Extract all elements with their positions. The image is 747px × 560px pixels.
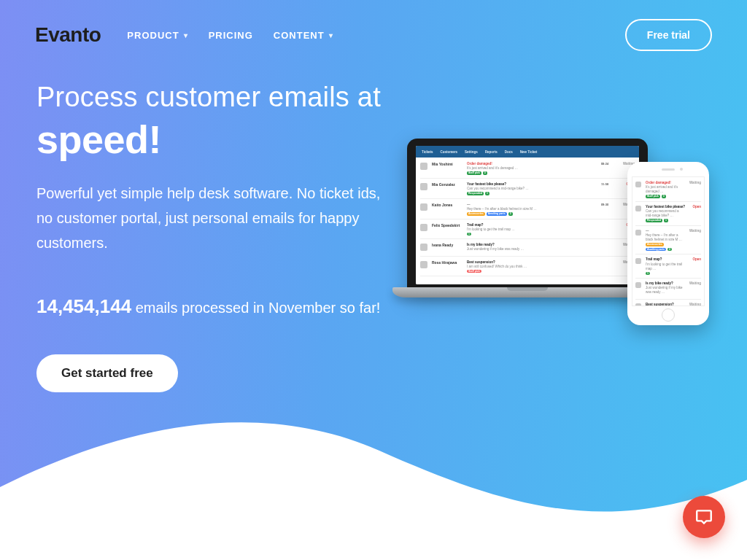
- ticket-status: Open: [688, 257, 701, 261]
- mockapp-tab: Reports: [485, 150, 498, 154]
- ticket-name: Ross Hirajawa: [432, 260, 464, 265]
- hero-counter-number: 14,454,144: [36, 295, 131, 317]
- hero-subtext: Powerful yet simple help desk software. …: [36, 181, 387, 255]
- ticket-time: 09:30: [597, 203, 613, 206]
- avatar: [420, 224, 427, 231]
- mockapp-tab: Tickets: [422, 150, 433, 154]
- ticket-body: Your fastest bike please?Can you recomme…: [467, 182, 594, 195]
- nav-item-label: CONTENT: [274, 30, 325, 41]
- ticket-body: Best suspension?I am still confused! Whi…: [646, 303, 685, 306]
- ticket-body: Trail map?I'm looking to get the trail m…: [646, 257, 685, 275]
- ticket-time: 08:24: [597, 162, 613, 166]
- ticket-row: Is my bike ready?Just wondering if my bi…: [635, 280, 701, 299]
- ticket-name: Mia Gonzalez: [432, 182, 464, 187]
- laptop-screen: Tickets Customers Settings Reports Docs …: [416, 146, 639, 284]
- avatar: [420, 163, 427, 170]
- avatar: [420, 203, 427, 211]
- avatar: [635, 206, 641, 211]
- ticket-body: Is my bike ready?Just wondering if my bi…: [467, 243, 594, 252]
- nav-item-pricing[interactable]: PRICING: [209, 30, 253, 41]
- nav-item-content[interactable]: CONTENT ▾: [274, 30, 333, 41]
- mockapp-tabs: Tickets Customers Settings Reports Docs …: [416, 146, 639, 158]
- top-nav: Evanto PRODUCT ▾ PRICING CONTENT ▾ Free …: [0, 15, 747, 55]
- hero-counter-rest: emails processed in November so far!: [131, 300, 380, 316]
- hero-headline-line1: Process customer emails at: [36, 80, 387, 115]
- ticket-status: Waiting: [688, 281, 701, 285]
- laptop-mockup: Tickets Customers Settings Reports Docs …: [392, 139, 662, 314]
- avatar: [420, 183, 427, 190]
- mockapp-tab: Customers: [440, 150, 457, 154]
- avatar: [420, 244, 427, 251]
- ticket-time: 11:58: [597, 182, 613, 186]
- ticket-body: Order damaged!It's just arrived and it's…: [467, 162, 594, 175]
- nav-item-product[interactable]: PRODUCT ▾: [127, 30, 187, 41]
- ticket-row: Kaito Jones—Hey there – I'm after a blac…: [420, 201, 635, 219]
- ticket-name: Ivana Ready: [432, 243, 464, 247]
- ticket-row: Ivana ReadyIs my bike ready?Just wonderi…: [420, 241, 635, 256]
- avatar: [420, 261, 427, 268]
- brand-logo[interactable]: Evanto: [35, 23, 101, 47]
- nav-item-label: PRICING: [209, 30, 253, 41]
- mockapp-tab: Docs: [505, 150, 513, 154]
- ticket-row: Ross HirajawaBest suspension?I am still …: [420, 259, 635, 277]
- ticket-body: Order damaged!It's just arrived and it's…: [646, 181, 685, 198]
- chevron-down-icon: ▾: [329, 31, 333, 39]
- avatar: [635, 282, 641, 288]
- ticket-body: —Hey there – I'm after a black helmet in…: [467, 203, 594, 216]
- chevron-down-icon: ▾: [184, 31, 188, 39]
- hero-content: Process customer emails at speed! Powerf…: [36, 80, 387, 392]
- device-mockup: Tickets Customers Settings Reports Docs …: [392, 139, 728, 357]
- chat-icon: [694, 508, 713, 526]
- ticket-name: Mia Yoshimi: [432, 162, 464, 166]
- ticket-row: —Hey there – I'm after a black helmet in…: [635, 228, 701, 255]
- ticket-body: Trail map?I'm looking to get the trail m…: [467, 223, 594, 236]
- ticket-body: Best suspension?I am still confused! Whi…: [467, 260, 594, 273]
- chat-fab[interactable]: [683, 496, 725, 538]
- ticket-row: Your fastest bike please?Can you recomme…: [635, 203, 701, 226]
- ticket-row: Best suspension?I am still confused! Whi…: [635, 301, 701, 306]
- ticket-name: Felix Speedskirt: [432, 223, 464, 228]
- phone-mockup: Order damaged!It's just arrived and it's…: [627, 162, 709, 325]
- nav-item-label: PRODUCT: [127, 30, 179, 41]
- ticket-row: Trail map?I'm looking to get the trail m…: [635, 256, 701, 279]
- phone-screen: Order damaged!It's just arrived and it's…: [632, 176, 705, 306]
- hero-headline-line2: speed!: [36, 117, 387, 162]
- mockapp-ticket-list: Mia YoshimiOrder damaged!It's just arriv…: [416, 158, 639, 284]
- get-started-button[interactable]: Get started free: [36, 354, 178, 392]
- mockapp-tab: Settings: [465, 150, 478, 154]
- avatar: [635, 182, 641, 187]
- ticket-body: Your fastest bike please?Can you recomme…: [646, 205, 685, 222]
- ticket-row: Mia YoshimiOrder damaged!It's just arriv…: [420, 160, 635, 179]
- ticket-status: Waiting: [688, 303, 701, 306]
- hero-section: Evanto PRODUCT ▾ PRICING CONTENT ▾ Free …: [0, 0, 747, 560]
- mockapp-ticket-list-mobile: Order damaged!It's just arrived and it's…: [632, 177, 704, 306]
- hero-counter: 14,454,144 emails processed in November …: [36, 290, 387, 322]
- avatar: [635, 230, 641, 236]
- free-trial-button[interactable]: Free trial: [625, 19, 712, 51]
- ticket-row: Felix SpeedskirtTrail map?I'm looking to…: [420, 222, 635, 240]
- avatar: [635, 303, 641, 306]
- ticket-row: Order damaged!It's just arrived and it's…: [635, 179, 701, 202]
- wave-divider: [0, 392, 747, 560]
- ticket-body: —Hey there – I'm after a black helmet in…: [646, 229, 685, 252]
- ticket-status: Open: [688, 205, 701, 209]
- nav-menu: PRODUCT ▾ PRICING CONTENT ▾: [127, 30, 333, 41]
- mockapp-tab: New Ticket: [520, 150, 537, 154]
- ticket-body: Is my bike ready?Just wondering if my bi…: [646, 281, 685, 295]
- ticket-status: Waiting: [688, 229, 701, 233]
- ticket-row: Mia GonzalezYour fastest bike please?Can…: [420, 181, 635, 199]
- ticket-name: Kaito Jones: [432, 203, 464, 207]
- ticket-status: Waiting: [688, 181, 701, 184]
- avatar: [635, 258, 641, 264]
